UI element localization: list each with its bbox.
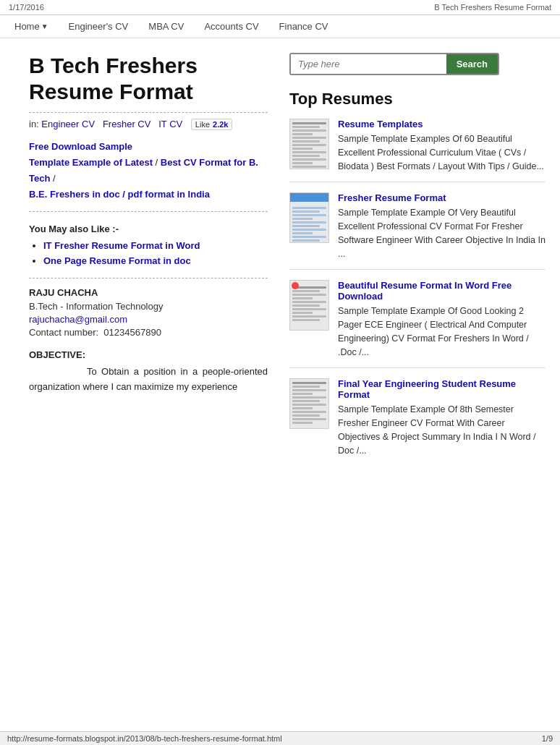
person-email[interactable]: rajuchacha@gmail.com	[29, 314, 127, 325]
page-title: B Tech Freshers Resume Format	[29, 53, 268, 105]
desc-link-1[interactable]: Free Download Sample	[29, 141, 132, 152]
person-email-line: rajuchacha@gmail.com	[29, 314, 268, 325]
person-contact: Contact number: 01234567890	[29, 327, 268, 338]
nav-accounts-cv[interactable]: Accounts CV	[204, 21, 258, 32]
person-name: RAJU CHACHA	[29, 287, 268, 298]
resume-link-3[interactable]: Beautiful Resume Format In Word Free Dow…	[338, 280, 546, 302]
resume-item-3: Beautiful Resume Format In Word Free Dow…	[289, 280, 546, 368]
search-input[interactable]	[291, 54, 446, 74]
resume-thumb-1	[289, 119, 329, 169]
resume-desc-4: Sample Template Example Of 8th Semester …	[338, 403, 546, 457]
desc-link-2[interactable]: Template Example of Latest	[29, 157, 153, 168]
top-bar: 1/17/2016 B Tech Freshers Resume Format	[0, 0, 560, 15]
nav-home[interactable]: Home ▼	[14, 21, 48, 32]
bullet-list: IT Fresher Resume Format in Word One Pag…	[29, 240, 268, 266]
list-item-one-page: One Page Resume Format in doc	[43, 255, 268, 266]
nav-engineers-cv[interactable]: Engineer's CV	[69, 21, 129, 32]
resume-item-2: Fresher Resume Format Sample Template Ex…	[289, 192, 546, 270]
link-one-page[interactable]: One Page Resume Format in doc	[43, 255, 191, 266]
link-it-fresher[interactable]: IT Fresher Resume Format in Word	[43, 240, 200, 251]
left-column: B Tech Freshers Resume Format in: Engine…	[29, 53, 268, 476]
resume-thumb-4	[289, 378, 329, 429]
person-degree: B.Tech - Information Technology	[29, 301, 268, 312]
resume-info-2: Fresher Resume Format Sample Template Ex…	[338, 192, 546, 260]
title-divider	[29, 112, 268, 113]
resume-info-4: Final Year Engineering Student Resume Fo…	[338, 378, 546, 457]
you-may-also-label: You May also Like :-	[29, 224, 268, 234]
resume-link-2[interactable]: Fresher Resume Format	[338, 192, 546, 203]
main-content: B Tech Freshers Resume Format in: Engine…	[0, 38, 560, 490]
resume-desc-2: Sample Template Example Of Very Beautifu…	[338, 206, 546, 260]
objective-label: OBJECTIVE:	[29, 349, 268, 360]
nav-home-arrow: ▼	[41, 22, 48, 30]
resume-link-4[interactable]: Final Year Engineering Student Resume Fo…	[338, 378, 546, 400]
desc-text[interactable]: B.E. Freshers in doc / pdf format in Ind…	[29, 189, 210, 200]
top-resumes-title: Top Resumes	[289, 90, 546, 108]
resume-thumb-3	[289, 280, 329, 331]
resume-item-4: Final Year Engineering Student Resume Fo…	[289, 378, 546, 466]
search-box: Search	[289, 53, 499, 75]
resume-desc-3: Sample Template Example Of Good Looking …	[338, 305, 546, 359]
nav-finance-cv[interactable]: Finance CV	[279, 21, 328, 32]
objective-section: OBJECTIVE: To Obtain a position in a peo…	[29, 349, 268, 395]
resume-item-1: Resume Templates Sample Template Example…	[289, 119, 546, 182]
like-label: Like	[195, 120, 210, 129]
top-bar-date: 1/17/2016	[9, 3, 44, 12]
search-button[interactable]: Search	[446, 54, 498, 74]
list-item-it-fresher: IT Fresher Resume Format in Word	[43, 240, 268, 251]
right-column: Search Top Resumes	[289, 53, 546, 476]
resume-thumb-2	[289, 192, 329, 243]
like-count: 2.2k	[213, 120, 228, 129]
bottom-bar: http://resume-formats.blogspot.in/2013/0…	[0, 731, 560, 745]
objective-text: To Obtain a position in a people-oriente…	[29, 365, 268, 395]
category-it-cv[interactable]: IT CV	[158, 119, 182, 129]
bottom-page: 1/9	[542, 734, 553, 743]
resume-desc-1: Sample Template Examples Of 60 Beautiful…	[338, 132, 546, 173]
bottom-url: http://resume-formats.blogspot.in/2013/0…	[7, 734, 282, 743]
resume-info-1: Resume Templates Sample Template Example…	[338, 119, 546, 173]
nav-mba-cv[interactable]: MBA CV	[148, 21, 184, 32]
category-engineer-cv[interactable]: Engineer CV	[41, 119, 95, 129]
person-divider	[29, 278, 268, 278]
desc-divider	[29, 211, 268, 212]
category-line: in: Engineer CV Fresher CV IT CV Like 2.…	[29, 119, 268, 130]
like-badge[interactable]: Like 2.2k	[191, 119, 233, 130]
nav-bar: Home ▼ Engineer's CV MBA CV Accounts CV …	[0, 15, 560, 38]
category-fresher-cv[interactable]: Fresher CV	[103, 119, 150, 129]
resume-link-1[interactable]: Resume Templates	[338, 119, 546, 129]
description-links: Free Download Sample Template Example of…	[29, 139, 268, 203]
top-bar-title: B Tech Freshers Resume Format	[434, 3, 551, 12]
resume-info-3: Beautiful Resume Format In Word Free Dow…	[338, 280, 546, 359]
